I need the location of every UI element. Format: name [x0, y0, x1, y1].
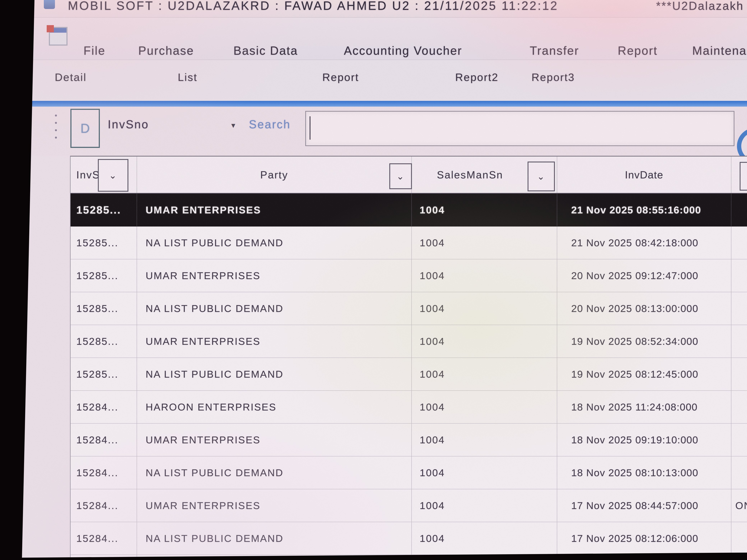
table-row[interactable]: 15285... NA LIST PUBLIC DEMAND 1004 21 N…: [71, 226, 747, 259]
cell-party: NA LIST PUBLIC DEMAND: [137, 358, 412, 391]
filter-salesman-icon[interactable]: ⌄: [527, 162, 555, 191]
search-input[interactable]: [305, 111, 735, 146]
search-toolbar: D InvSno ▾ Search: [0, 107, 747, 156]
app-icon: [44, 0, 55, 9]
cell-extra: [731, 456, 747, 489]
table-row[interactable]: 15285... NA LIST PUBLIC DEMAND 1004 20 N…: [71, 292, 747, 325]
toolbar-grip-icon[interactable]: [55, 114, 57, 138]
cell-extra: ONE: [731, 489, 747, 522]
menu-item-maintenance[interactable]: Maintenance: [692, 44, 747, 57]
cell-invsno: 15285...: [71, 325, 137, 357]
form-icon-red-square: [47, 25, 54, 32]
cell-party: NA LIST PUBLIC DEMAND: [137, 456, 412, 489]
table-header-row: InvS Party SalesManSn InvDate ⌄ ⌄ ⌄ ⌄: [71, 157, 747, 194]
cell-invsno: 15284...: [71, 424, 137, 456]
tab-list[interactable]: List: [178, 71, 197, 83]
menu-item-report[interactable]: Report: [618, 44, 658, 57]
cell-invsno: 15285...: [71, 358, 137, 391]
menu-item-accounting-voucher[interactable]: Accounting Voucher: [344, 44, 462, 57]
table-row[interactable]: 15285... UMAR ENTERPRISES 1004 20 Nov 20…: [71, 259, 747, 292]
cell-salesman: 1004: [412, 489, 557, 522]
filter-invdate-icon[interactable]: ⌄: [740, 162, 747, 191]
cell-invdate: 19 Nov 2025 08:12:45:000: [557, 358, 731, 391]
cell-extra: [731, 522, 747, 555]
menu-item-file[interactable]: File: [83, 44, 105, 57]
application-window: MOBIL SOFT : U2DALAZAKRD : FAWAD AHMED U…: [0, 0, 747, 560]
menu-item-purchase[interactable]: Purchase: [138, 44, 194, 57]
cell-salesman: 1004: [412, 391, 557, 423]
cell-invdate: 19 Nov 2025 08:52:34:000: [557, 325, 731, 357]
cell-invdate: 20 Nov 2025 08:13:00:000: [557, 292, 731, 325]
cell-invsno: 15285...: [71, 259, 137, 292]
tab-report3[interactable]: Report3: [532, 71, 575, 83]
detail-toggle-button[interactable]: D: [70, 109, 100, 148]
cell-party: NA LIST PUBLIC DEMAND: [137, 292, 412, 325]
table-row[interactable]: 15284... UMAR ENTERPRISES 1004 18 Nov 20…: [71, 424, 747, 456]
cell-invsno: 15284...: [71, 522, 137, 555]
cell-party: UMAR ENTERPRISES: [137, 194, 412, 226]
cell-invsno: 15284...: [71, 391, 137, 423]
cell-extra: [731, 259, 747, 292]
cell-invdate: 18 Nov 2025 11:24:08:000: [557, 391, 731, 423]
cell-salesman: 1004: [412, 194, 557, 226]
text-caret: [310, 116, 310, 140]
table-row[interactable]: 15284... NA LIST PUBLIC DEMAND 1004 17 N…: [71, 522, 747, 555]
header-invdate[interactable]: InvDate: [557, 157, 731, 193]
cell-party: NA LIST PUBLIC DEMAND: [137, 522, 412, 555]
chevron-down-icon[interactable]: ▾: [231, 121, 235, 130]
table-row[interactable]: 15285... NA LIST PUBLIC DEMAND 1004 19 N…: [71, 358, 747, 391]
cell-invdate: 21 Nov 2025 08:55:16:000: [557, 194, 731, 226]
accent-divider: [0, 101, 747, 107]
header-party[interactable]: Party: [137, 157, 412, 193]
window-title-suffix: ***U2Dalazakh: [656, 0, 744, 17]
cell-invsno: 15284...: [71, 456, 137, 489]
cell-salesman: 1004: [412, 325, 557, 357]
filter-party-icon[interactable]: ⌄: [389, 163, 412, 189]
cell-extra: [731, 325, 747, 357]
menu-item-transfer[interactable]: Transfer: [530, 44, 579, 57]
cell-party: UMAR ENTERPRISES: [137, 424, 412, 456]
table-row[interactable]: 15284... NA LIST PUBLIC DEMAND 1004 18 N…: [71, 456, 747, 489]
filter-invsno-icon[interactable]: ⌄: [98, 159, 128, 192]
tab-report[interactable]: Report: [322, 71, 359, 83]
cell-salesman: 1004: [412, 424, 557, 456]
cell-party: UMAR ENTERPRISES: [137, 259, 412, 292]
tab-strip: Detail List Report Report2 Report3: [0, 60, 747, 101]
tab-detail[interactable]: Detail: [55, 71, 86, 83]
cell-party: NA LIST PUBLIC DEMAND: [137, 226, 412, 259]
cell-party: UMAR ENTERPRISES: [137, 325, 412, 357]
cell-invsno: 15284...: [71, 489, 137, 522]
cell-invdate: 18 Nov 2025 09:19:10:000: [557, 424, 731, 456]
cell-invdate: 21 Nov 2025 08:42:18:000: [557, 226, 731, 259]
menu-bar: File Purchase Basic Data Accounting Vouc…: [0, 18, 747, 60]
tab-report2[interactable]: Report2: [455, 71, 498, 83]
cell-invdate: 17 Nov 2025 08:44:57:000: [557, 489, 731, 522]
cell-salesman: 1004: [412, 358, 557, 391]
cell-salesman: 1004: [412, 522, 557, 555]
cell-salesman: 1004: [412, 259, 557, 292]
table-row[interactable]: 15284... UMAR ENTERPRISES 1004 17 Nov 20…: [71, 489, 747, 522]
cell-invdate: 20 Nov 2025 09:12:47:000: [557, 259, 731, 292]
form-icon: [49, 27, 68, 46]
cell-extra: [731, 391, 747, 423]
cell-party: UMAR ENTERPRISES: [137, 489, 412, 522]
cell-salesman: 1004: [412, 226, 557, 259]
cell-extra: [731, 424, 747, 456]
search-field-selector[interactable]: InvSno: [108, 118, 149, 131]
cell-invdate: 17 Nov 2025 08:12:06:000: [557, 522, 731, 555]
cell-salesman: 1004: [412, 456, 557, 489]
table-row[interactable]: 15285... UMAR ENTERPRISES 1004 21 Nov 20…: [71, 194, 747, 226]
search-label: Search: [249, 118, 291, 131]
cell-invsno: 15285...: [71, 194, 137, 226]
table-row[interactable]: 15285... UMAR ENTERPRISES 1004 19 Nov 20…: [71, 325, 747, 358]
cell-invsno: 15285...: [71, 292, 137, 325]
window-title: MOBIL SOFT : U2DALAZAKRD : FAWAD AHMED U…: [68, 0, 558, 17]
cell-party: HAROON ENTERPRISES: [137, 391, 412, 423]
cell-extra: [731, 194, 747, 226]
table-row[interactable]: 15284... HAROON ENTERPRISES 1004 18 Nov …: [71, 391, 747, 424]
monitor-bezel-left: [0, 0, 36, 560]
cell-extra: [731, 292, 747, 325]
cell-extra: [731, 226, 747, 259]
menu-item-basic-data[interactable]: Basic Data: [233, 44, 298, 57]
cell-invdate: 18 Nov 2025 08:10:13:000: [557, 456, 731, 489]
